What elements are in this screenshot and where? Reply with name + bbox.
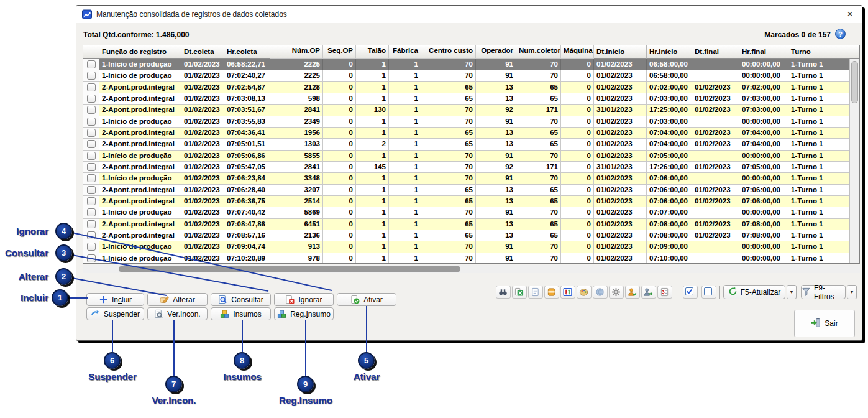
table-row[interactable]: 1-Início de produção01/02/202307:02:40,2… xyxy=(83,70,859,81)
table-cell[interactable]: 2514 xyxy=(270,196,323,207)
table-cell[interactable]: 913 xyxy=(270,241,323,253)
table-cell[interactable] xyxy=(692,253,739,264)
table-row[interactable]: 1-Início de produção01/02/202307:10:20,8… xyxy=(83,253,859,264)
table-cell[interactable]: 65 xyxy=(421,82,476,93)
table-cell[interactable]: 0 xyxy=(323,219,356,230)
row-checkbox[interactable] xyxy=(87,129,96,137)
table-row[interactable]: 2-Apont.prod.integral01/02/202307:03:08,… xyxy=(83,93,859,104)
table-cell[interactable]: 0 xyxy=(561,139,594,150)
table-cell[interactable]: 01/02/2023 xyxy=(692,219,739,230)
table-cell[interactable]: 01/02/2023 xyxy=(181,82,224,93)
table-cell[interactable]: 13 xyxy=(476,128,516,139)
column-header[interactable]: Hr.coleta xyxy=(224,45,270,59)
f9-dropdown-arrow[interactable]: ▼ xyxy=(847,285,857,299)
table-cell[interactable]: 2128 xyxy=(270,82,323,93)
table-cell[interactable]: 65 xyxy=(421,196,476,207)
table-cell[interactable] xyxy=(692,116,739,128)
table-cell[interactable]: 65 xyxy=(421,219,476,230)
table-cell[interactable]: 07:08:00,00 xyxy=(647,219,692,230)
table-cell[interactable]: 0 xyxy=(561,59,594,70)
table-cell[interactable]: 2-Apont.prod.integral xyxy=(99,128,181,139)
column-header[interactable]: Seq.OP xyxy=(323,45,356,59)
table-cell[interactable]: 01/02/2023 xyxy=(181,230,224,241)
table-cell[interactable]: 0 xyxy=(323,104,356,116)
table-cell[interactable]: 65 xyxy=(516,185,561,196)
row-checkbox[interactable] xyxy=(87,186,96,194)
table-row[interactable]: 2-Apont.prod.integral01/02/202307:08:47,… xyxy=(83,219,859,230)
table-cell[interactable]: 70 xyxy=(421,253,476,264)
table-cell[interactable]: 1 xyxy=(389,139,421,150)
table-cell[interactable]: 2225 xyxy=(270,59,323,70)
table-cell[interactable]: 06:58:00,00 xyxy=(647,59,692,70)
table-cell[interactable]: 598 xyxy=(270,93,323,104)
table-cell[interactable]: 01/02/2023 xyxy=(181,70,224,81)
table-cell[interactable]: 1 xyxy=(389,151,421,162)
table-cell[interactable]: 07:05:06,86 xyxy=(224,151,270,162)
table-cell[interactable]: 0 xyxy=(561,173,594,184)
table-cell[interactable]: 0 xyxy=(561,241,594,253)
table-cell[interactable]: 07:03:00,00 xyxy=(739,93,788,104)
consultar-button[interactable]: Consultar xyxy=(211,293,271,306)
table-cell[interactable]: 1 xyxy=(389,173,421,184)
table-cell[interactable]: 70 xyxy=(421,241,476,253)
table-cell[interactable]: 01/02/2023 xyxy=(692,185,739,196)
table-cell[interactable]: 70 xyxy=(516,207,561,218)
table-cell[interactable]: 17:26:00,00 xyxy=(647,162,692,173)
table-cell[interactable]: 2-Apont.prod.integral xyxy=(99,219,181,230)
table-cell[interactable]: 1 xyxy=(356,128,389,139)
table-cell[interactable]: 01/02/2023 xyxy=(594,230,647,241)
globe-toolbar-button[interactable] xyxy=(593,286,608,299)
table-cell[interactable]: 1 xyxy=(356,196,389,207)
table-cell[interactable]: 2-Apont.prod.integral xyxy=(99,82,181,93)
table-cell[interactable]: 1-Turno 1 xyxy=(788,162,859,173)
table-cell[interactable]: 92 xyxy=(476,104,516,116)
table-cell[interactable]: 70 xyxy=(516,151,561,162)
table-cell[interactable]: 1-Turno 1 xyxy=(788,196,859,207)
table-cell[interactable]: 0 xyxy=(561,207,594,218)
column-header[interactable]: Dt.final xyxy=(692,45,739,59)
table-cell[interactable]: 01/02/2023 xyxy=(181,219,224,230)
table-row[interactable]: 2-Apont.prod.integral01/02/202307:05:47,… xyxy=(83,162,859,173)
row-checkbox[interactable] xyxy=(87,254,96,262)
f5-refresh-button[interactable]: F5-Atualizar xyxy=(723,285,785,299)
table-cell[interactable]: 1-Turno 1 xyxy=(788,241,859,253)
table-cell[interactable]: 07:03:08,13 xyxy=(224,93,270,104)
column-header[interactable]: Dt.coleta xyxy=(181,45,224,59)
table-cell[interactable]: 1-Turno 1 xyxy=(788,104,859,116)
ver-incon-button[interactable]: Ver.Incon. xyxy=(147,307,208,320)
table-cell[interactable]: 1303 xyxy=(270,139,323,150)
table-cell[interactable]: 01/02/2023 xyxy=(692,104,739,116)
table-cell[interactable]: 01/02/2023 xyxy=(181,93,224,104)
table-cell[interactable]: 70 xyxy=(421,173,476,184)
column-header[interactable]: Operador xyxy=(476,45,516,59)
table-cell[interactable]: 07:02:54,87 xyxy=(224,82,270,93)
table-cell[interactable]: 1 xyxy=(389,230,421,241)
column-header[interactable]: Dt.início xyxy=(594,45,647,59)
row-checkbox[interactable] xyxy=(87,60,96,68)
row-checkbox[interactable] xyxy=(87,118,96,126)
column-header[interactable]: Hr.final xyxy=(739,45,788,59)
table-cell[interactable]: 65 xyxy=(516,82,561,93)
table-cell[interactable]: 3348 xyxy=(270,173,323,184)
table-cell[interactable]: 07:07:40,42 xyxy=(224,207,270,218)
table-cell[interactable]: 01/02/2023 xyxy=(181,241,224,253)
table-cell[interactable]: 1 xyxy=(389,162,421,173)
table-cell[interactable]: 1-Turno 1 xyxy=(788,128,859,139)
suspender-button[interactable]: Suspender xyxy=(86,307,144,320)
column-header[interactable]: Núm.OP xyxy=(270,45,323,59)
table-cell[interactable]: 07:05:00,00 xyxy=(647,151,692,162)
table-row[interactable]: 1-Início de produção01/02/202307:07:40,4… xyxy=(83,207,859,218)
table-cell[interactable]: 91 xyxy=(476,59,516,70)
table-cell[interactable]: 01/02/2023 xyxy=(181,104,224,116)
table-cell[interactable]: 5869 xyxy=(270,207,323,218)
table-cell[interactable] xyxy=(692,151,739,162)
table-cell[interactable]: 1 xyxy=(389,104,421,116)
table-cell[interactable]: 07:09:00,00 xyxy=(647,241,692,253)
table-cell[interactable]: 70 xyxy=(516,253,561,264)
table-cell[interactable] xyxy=(692,241,739,253)
table-cell[interactable]: 70 xyxy=(421,151,476,162)
table-cell[interactable]: 70 xyxy=(421,104,476,116)
table-cell[interactable]: 171 xyxy=(516,104,561,116)
table-cell[interactable]: 1 xyxy=(356,241,389,253)
table-cell[interactable]: 91 xyxy=(476,151,516,162)
